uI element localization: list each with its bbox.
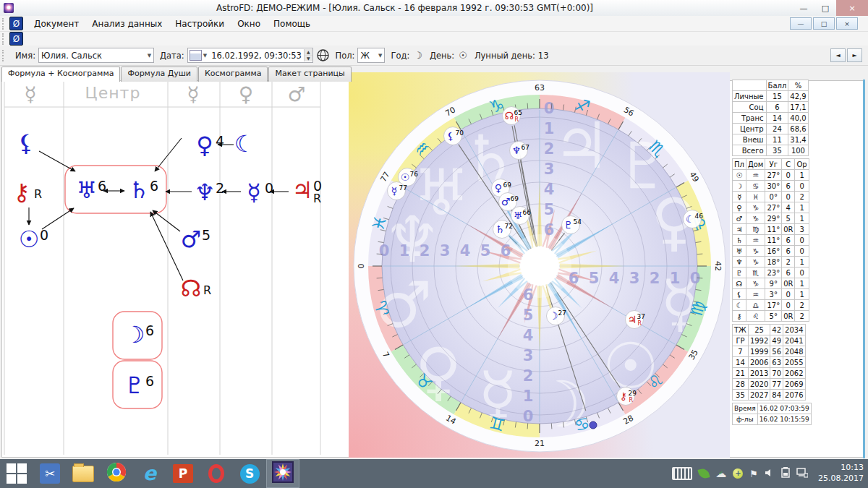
column-header-icon-3: ♀ <box>239 82 254 106</box>
svg-text:R: R <box>313 192 321 205</box>
taskbar-chrome-button[interactable] <box>100 459 133 488</box>
jupiter-icon: ♃ <box>292 176 313 204</box>
time-row: ф-лы16.02 10:15:59 <box>733 414 812 425</box>
toolbar-grip[interactable] <box>2 33 7 45</box>
menu-item-2[interactable]: Настройки <box>169 17 231 30</box>
menu-item-0[interactable]: Документ <box>27 17 85 30</box>
antivirus-leaf-icon[interactable] <box>698 467 710 479</box>
svg-text:69: 69 <box>511 195 519 202</box>
close-button[interactable]: × <box>836 0 868 16</box>
tab-1[interactable]: Формула Души <box>121 67 197 82</box>
date-picker[interactable]: ▼ 16.02.1992, 09:30:53 ▲▼ <box>187 48 313 63</box>
planet-row: ♄♒11°60 <box>733 235 809 246</box>
lunar-day-value: 13 <box>538 51 549 61</box>
taskbar-powerpoint-button[interactable]: P <box>166 459 200 488</box>
menu-item-3[interactable]: Окно <box>231 17 267 30</box>
formula-planet-lilith[interactable]: ⚸ <box>17 129 34 157</box>
svg-text:6: 6 <box>150 178 158 194</box>
formula-planet-sun[interactable]: ☉0 <box>19 226 48 253</box>
view-tabs: Формула + КосмограммаФормула ДушиКосмогр… <box>1 67 352 82</box>
flag-icon[interactable]: ⚑ <box>749 468 758 479</box>
planet-position-table: ПлДомУгСОр☉♒27°01☽♋30°60☿♓0°02♀♑27°41♂♑2… <box>732 158 809 322</box>
svg-text:72: 72 <box>505 223 513 230</box>
svg-text:R: R <box>638 320 642 327</box>
chevron-down-icon: ▼ <box>203 53 207 59</box>
formula-planet-chiron[interactable]: ⚷R <box>13 179 42 206</box>
nav-left-button[interactable]: ◄ <box>830 48 846 62</box>
astrofd-logo-icon[interactable]: Ø <box>9 17 23 30</box>
tab-2[interactable]: Космограмма <box>198 67 268 82</box>
formula-planet-jupiter[interactable]: ♃0R <box>292 176 322 205</box>
taskbar-internet-explorer-button[interactable]: e <box>133 459 166 488</box>
menu-item-1[interactable]: Анализ данных <box>85 17 169 30</box>
mdi-restore-button[interactable]: □ <box>813 17 835 30</box>
astrofd-tool-icon[interactable]: Ø <box>9 32 23 46</box>
mdi-close-button[interactable]: × <box>836 17 858 30</box>
svg-text:29: 29 <box>629 390 637 397</box>
volume-icon[interactable] <box>765 467 775 481</box>
keyboard-icon[interactable] <box>672 467 692 480</box>
taskbar-snipping-tool-button[interactable]: ✂ <box>33 459 67 488</box>
formula-planet-selena[interactable]: ☾ <box>234 130 255 158</box>
formula-planet-mercury[interactable]: ☿0 <box>247 179 273 206</box>
start-icon <box>7 463 27 484</box>
cloud-sync-icon[interactable]: ☁✓ <box>715 467 726 480</box>
planet-row: ☿♓0°02 <box>733 192 809 202</box>
tab-0[interactable]: Формула + Космограмма <box>1 67 120 82</box>
svg-text:R: R <box>629 397 634 403</box>
cosmogram-wheel: ♄♃♅♇♆♀☿♂♀☿☉☽0123456012345601234560123456… <box>349 72 730 458</box>
name-combobox[interactable]: Юлия. Сальск▼ <box>38 48 154 63</box>
child-window-border <box>863 80 865 458</box>
menu-item-4[interactable]: Помощь <box>267 17 317 30</box>
eset-icon[interactable]: + <box>733 468 743 479</box>
formula-arrow <box>153 210 180 231</box>
mdi-minimize-button[interactable]: — <box>790 17 812 30</box>
taskbar-clock[interactable]: 10:1325.08.2017 <box>814 463 868 484</box>
north-node-icon: ☊ <box>505 110 514 121</box>
formula-planet-north-node[interactable]: ☊R <box>181 275 211 302</box>
svg-text:2: 2 <box>650 270 660 287</box>
minimize-button[interactable]: — <box>793 0 814 16</box>
toolbar-grip[interactable] <box>2 50 7 61</box>
taskbar-astrofd-button[interactable] <box>266 459 299 488</box>
svg-text:6: 6 <box>501 242 511 260</box>
taskbar: ✂ePS☁✓+⚑10:1325.08.2017 <box>0 459 868 488</box>
tab-3[interactable]: Макет страницы <box>268 67 351 82</box>
formula-planet-pluto[interactable]: ♇6 <box>124 372 154 399</box>
svg-text:R: R <box>34 187 42 201</box>
formula-planet-saturn[interactable]: ♄6 <box>129 176 158 204</box>
calendar-icon[interactable] <box>190 50 202 61</box>
battery-icon[interactable] <box>781 467 790 481</box>
formula-planet-moon[interactable]: ☽6 <box>124 321 154 348</box>
svg-text:0: 0 <box>523 408 534 425</box>
svg-text:3: 3 <box>629 270 640 287</box>
age-years-table: ТЖ25422034ГР1992492041719995620481420066… <box>732 324 806 401</box>
progression-marker-dot[interactable] <box>590 421 597 429</box>
svg-text:0: 0 <box>265 180 273 196</box>
network-icon[interactable] <box>796 467 808 481</box>
taskbar-file-explorer-button[interactable] <box>67 459 100 488</box>
globe-button[interactable] <box>316 48 330 62</box>
svg-text:6: 6 <box>544 221 555 239</box>
date-value[interactable]: 16.02.1992, 09:30:53 <box>209 51 304 61</box>
svg-text:0: 0 <box>690 270 701 287</box>
taskbar-skype-button[interactable]: S <box>233 459 266 488</box>
planet-row: ♇♏23°60 <box>733 267 809 278</box>
sex-combobox[interactable]: Ж▼ <box>357 48 385 63</box>
restore-button[interactable]: □ <box>814 0 836 16</box>
toolbar-grip[interactable] <box>2 18 7 30</box>
formula-planet-uranus[interactable]: ♅6 <box>77 176 106 204</box>
taskbar-opera-button[interactable] <box>200 459 233 488</box>
date-spinner[interactable]: ▲▼ <box>304 49 312 61</box>
svg-text:3: 3 <box>523 347 534 364</box>
age-row: ТЖ25422034 <box>733 325 806 335</box>
taskbar-start-button[interactable] <box>0 459 33 488</box>
svg-text:70: 70 <box>456 129 464 137</box>
chevron-down-icon: ▼ <box>144 53 151 59</box>
sun-icon: ☉ <box>459 50 467 61</box>
chevron-down-icon: ▼ <box>375 53 382 59</box>
nav-right-button[interactable]: ► <box>847 48 862 62</box>
formula-planet-mars[interactable]: ♂5 <box>181 226 210 253</box>
svg-text:0: 0 <box>379 242 390 260</box>
titlebar: AstroFD: ДЕМО-РЕЖИМ - [Юлия. Сальск - 16… <box>0 0 868 17</box>
